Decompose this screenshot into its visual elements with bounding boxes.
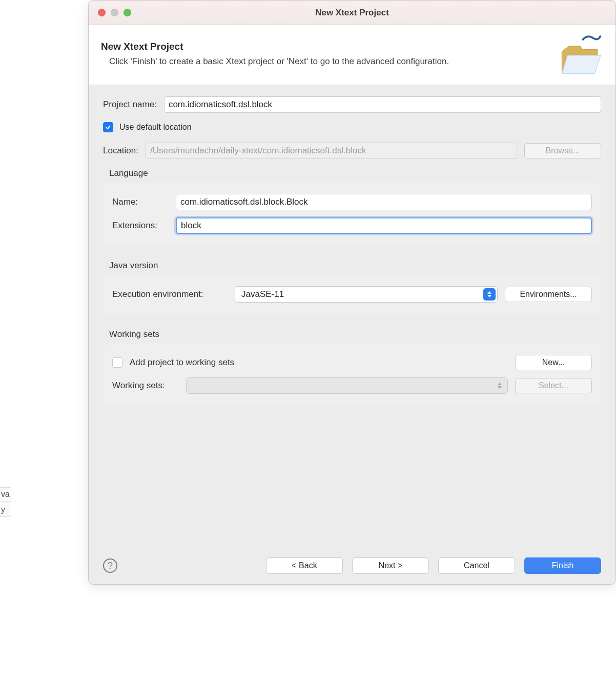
execution-env-label: Execution environment: [112,289,228,299]
working-sets-group-title: Working sets [109,329,601,340]
select-arrows-icon [494,380,506,392]
add-to-working-sets-checkbox[interactable] [112,357,122,368]
java-version-group: Java version Execution environment: Java… [103,261,601,314]
select-arrows-icon [483,288,496,301]
wizard-footer: ? < Back Next > Cancel Finish [89,549,615,584]
extensions-label: Extensions: [112,221,169,231]
wizard-banner: New Xtext Project Click 'Finish' to crea… [89,25,615,85]
language-group: Language Name: Extensions: [103,168,601,245]
use-default-location-label: Use default location [119,123,192,132]
use-default-location-row: Use default location [103,122,601,132]
help-icon[interactable]: ? [103,558,117,573]
environments-button[interactable]: Environments... [505,287,592,302]
wizard-content: Project name: Use default location Locat… [89,85,615,549]
working-sets-select [186,377,508,394]
wizard-banner-description: Click 'Finish' to create a basic Xtext p… [109,56,449,67]
location-input [146,143,517,159]
next-button[interactable]: Next > [352,557,429,574]
select-working-set-button: Select... [515,378,592,393]
working-sets-label: Working sets: [112,381,179,391]
dialog-window: New Xtext Project New Xtext Project Clic… [88,0,616,585]
execution-env-select[interactable]: JavaSE-11 [235,286,498,303]
wizard-folder-icon [557,33,603,74]
extensions-input[interactable] [176,217,592,234]
window-title: New Xtext Project [89,8,615,18]
project-name-row: Project name: [103,96,601,113]
execution-env-value: JavaSE-11 [241,289,284,299]
project-name-label: Project name: [103,99,157,110]
browse-button: Browse... [524,143,601,158]
background-tab-fragments: va y [0,487,11,518]
location-row: Location: Browse... [103,143,601,159]
use-default-location-checkbox[interactable] [103,122,113,132]
titlebar: New Xtext Project [89,1,615,25]
location-label: Location: [103,146,138,156]
project-name-input[interactable] [164,96,601,113]
back-button[interactable]: < Back [266,557,343,574]
new-working-set-button[interactable]: New... [515,355,592,370]
language-name-label: Name: [112,197,169,207]
working-sets-group: Working sets Add project to working sets… [103,329,601,405]
wizard-banner-heading: New Xtext Project [101,41,449,52]
add-to-working-sets-label: Add project to working sets [130,357,508,368]
language-group-title: Language [109,168,601,178]
language-name-input[interactable] [176,194,592,210]
java-version-group-title: Java version [109,261,601,271]
finish-button[interactable]: Finish [524,557,601,574]
wizard-banner-text: New Xtext Project Click 'Finish' to crea… [101,41,449,67]
cancel-button[interactable]: Cancel [438,557,515,574]
